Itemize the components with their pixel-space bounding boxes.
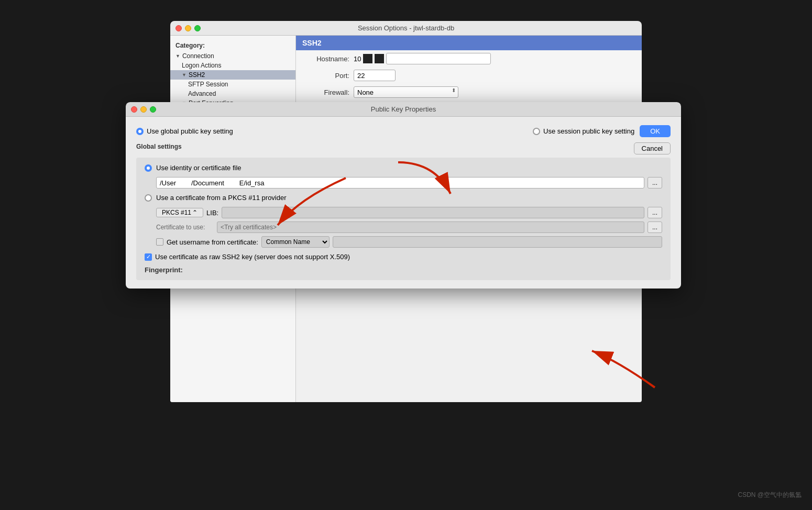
firewall-select[interactable]: None xyxy=(354,86,458,98)
dialog-section: Use identity or certificate file ... Use… xyxy=(136,158,671,280)
dialog-title: Public Key Properties xyxy=(371,105,436,113)
hostname-redacted-2 xyxy=(375,54,384,63)
sidebar-item-logon-actions[interactable]: Logon Actions xyxy=(170,61,295,70)
dialog-maximize-button[interactable] xyxy=(150,106,156,113)
dialog-top-right: Use session public key setting OK xyxy=(533,125,671,137)
radio-global-icon[interactable] xyxy=(136,128,144,135)
cn-value-input[interactable] xyxy=(333,236,662,248)
lib-label: LIB: xyxy=(206,209,218,217)
sidebar-item-sftp-session[interactable]: SFTP Session xyxy=(170,80,295,89)
hostname-label: Hostname: xyxy=(302,55,349,63)
sidebar-item-connection[interactable]: ▼ Connection xyxy=(170,51,295,61)
radio-pkcs-label: Use a certificate from a PKCS #11 provid… xyxy=(156,194,287,202)
sidebar-item-ssh2[interactable]: ▼ SSH2 xyxy=(170,70,295,80)
browse-cert-button[interactable]: ... xyxy=(648,221,662,233)
identity-radio-row: Use identity or certificate file xyxy=(145,164,662,172)
radio-global-option: Use global public key setting xyxy=(136,127,233,135)
dialog-close-button[interactable] xyxy=(131,106,137,113)
cert-raw-checkbox[interactable]: ✓ xyxy=(145,253,152,261)
title-bar: Session Options - jtwl-stardb-db xyxy=(170,21,642,36)
pkcs-row: PKCS #11 ⌃ LIB: ... xyxy=(156,207,662,218)
minimize-button[interactable] xyxy=(185,25,191,31)
firewall-label: Firewall: xyxy=(302,88,349,96)
cert-raw-row: ✓ Use certificate as raw SSH2 key (serve… xyxy=(145,253,662,261)
port-input[interactable] xyxy=(354,70,396,81)
browse-identity-button[interactable]: ... xyxy=(648,177,662,189)
pkcs-dropdown-button[interactable]: PKCS #11 ⌃ xyxy=(156,208,203,217)
sidebar-item-advanced-ssh2[interactable]: Advanced xyxy=(170,89,295,98)
firewall-select-wrapper: None xyxy=(354,86,458,98)
global-settings-label: Global settings xyxy=(136,143,182,150)
browse-lib-button[interactable]: ... xyxy=(648,207,662,218)
radio-pkcs-icon[interactable] xyxy=(145,194,152,202)
hostname-partial: 10 xyxy=(354,55,361,63)
dialog-traffic-lights xyxy=(131,106,156,113)
radio-session-label: Use session public key setting xyxy=(543,127,634,135)
radio-identity-icon[interactable] xyxy=(145,164,152,172)
hostname-row: Hostname: 10 xyxy=(296,50,642,67)
cert-to-use-input[interactable] xyxy=(217,221,644,233)
ssh2-header: SSH2 xyxy=(296,36,642,50)
watermark: CSDN @空气中的氤氲 xyxy=(738,491,802,500)
dialog-body: Use global public key setting Use sessio… xyxy=(126,117,681,289)
hostname-value-group: 10 xyxy=(354,53,491,64)
hostname-redacted-1 xyxy=(363,54,372,63)
cert-raw-label: Use certificate as raw SSH2 key (server … xyxy=(155,253,350,261)
browse-icon: ... xyxy=(652,179,657,186)
ok-button[interactable]: OK xyxy=(640,125,671,137)
window-title: Session Options - jtwl-stardb-db xyxy=(358,24,454,32)
traffic-lights xyxy=(175,25,201,31)
close-button[interactable] xyxy=(175,25,182,31)
hostname-input[interactable] xyxy=(386,53,491,64)
triangle-icon: ▼ xyxy=(182,72,186,77)
pkcs-label: PKCS #11 xyxy=(162,209,191,216)
get-username-row: Get username from certificate: Common Na… xyxy=(156,236,662,248)
radio-identity-label: Use identity or certificate file xyxy=(156,164,242,172)
pkcs-chevron-icon: ⌃ xyxy=(192,209,197,216)
get-username-label: Get username from certificate: xyxy=(167,238,258,246)
radio-global-label: Use global public key setting xyxy=(147,127,233,135)
port-row: Port: xyxy=(296,67,642,84)
dialog-minimize-button[interactable] xyxy=(140,106,147,113)
dialog-titlebar: Public Key Properties xyxy=(126,102,681,117)
cert-to-use-row: Certificate to use: ... xyxy=(156,221,662,233)
pkcs-radio-row: Use a certificate from a PKCS #11 provid… xyxy=(145,194,662,202)
category-label: Category: xyxy=(170,40,295,51)
common-name-select[interactable]: Common Name xyxy=(261,236,330,248)
port-label: Port: xyxy=(302,72,349,80)
firewall-row: Firewall: None xyxy=(296,84,642,101)
get-username-checkbox[interactable] xyxy=(156,238,163,246)
radio-session-icon[interactable] xyxy=(533,128,540,135)
triangle-icon: ▼ xyxy=(175,53,180,59)
maximize-button[interactable] xyxy=(194,25,201,31)
dialog-top-row: Use global public key setting Use sessio… xyxy=(136,125,671,137)
cert-to-use-label: Certificate to use: xyxy=(156,224,214,231)
path-row: ... xyxy=(156,177,662,189)
identity-file-input[interactable] xyxy=(156,177,644,189)
cancel-button[interactable]: Cancel xyxy=(634,142,671,154)
lib-input[interactable] xyxy=(222,207,644,218)
public-key-properties-dialog: Public Key Properties Use global public … xyxy=(126,102,681,289)
radio-session-option: Use session public key setting xyxy=(533,127,634,135)
fingerprint-label: Fingerprint: xyxy=(145,266,662,274)
